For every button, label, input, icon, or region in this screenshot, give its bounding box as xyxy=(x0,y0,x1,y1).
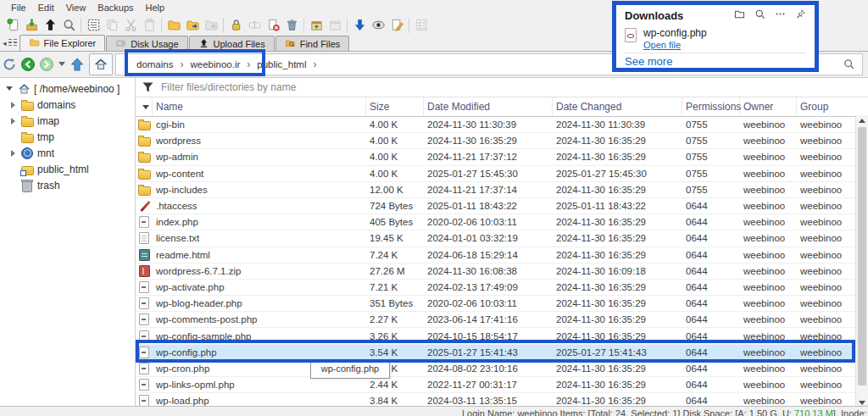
scroll-up-icon[interactable] xyxy=(856,115,868,126)
php-file-icon xyxy=(136,363,153,374)
table-row[interactable]: wordpress-6.7.1.zip27.26 M2024-11-30 16:… xyxy=(136,263,868,280)
forward-button[interactable] xyxy=(37,55,56,74)
table-row[interactable]: wp-content4.00 K2025-01-27 15:45:302025-… xyxy=(136,166,868,182)
download-queue-icon[interactable] xyxy=(22,16,41,34)
pin-icon[interactable] xyxy=(795,8,806,22)
table-row[interactable]: wp-comments-post.php2.27 K2023-06-14 17:… xyxy=(136,312,868,328)
download-icon[interactable] xyxy=(350,16,369,34)
folder-file-icon xyxy=(136,119,153,130)
vertical-scrollbar[interactable] xyxy=(855,115,868,408)
new-file-icon[interactable] xyxy=(3,16,22,34)
table-row[interactable]: wp-includes12.00 K2024-11-21 17:37:14202… xyxy=(136,182,868,198)
path-search-icon[interactable] xyxy=(843,58,855,70)
breadcrumb-item-domains[interactable]: domains xyxy=(135,59,175,69)
menu-backups[interactable]: Backups xyxy=(92,3,139,13)
tree-item-public_html[interactable]: public_html xyxy=(0,161,135,177)
permissions: 0644 xyxy=(682,331,740,341)
up-directory-button[interactable] xyxy=(68,55,86,74)
home-directory-button[interactable] xyxy=(89,53,113,75)
search-icon[interactable] xyxy=(59,16,78,34)
open-folder-icon[interactable] xyxy=(734,8,745,22)
menu-edit[interactable]: Edit xyxy=(32,3,60,13)
file-size: 4.00 K xyxy=(366,152,424,162)
sort-indicator-column[interactable] xyxy=(136,97,153,116)
tab-scroll-left-icon[interactable]: ◂ xyxy=(3,39,7,47)
table-row[interactable]: license.txt19.45 K2024-01-01 03:32:19202… xyxy=(136,230,868,247)
group: weebinoo xyxy=(797,347,856,358)
tab-file-explorer[interactable]: File Explorer xyxy=(19,35,106,51)
table-row[interactable]: wp-links-opml.php2.44 K2022-11-27 00:31:… xyxy=(136,377,868,393)
table-row[interactable]: wp-config-sample.php3.26 K2024-10-15 18:… xyxy=(136,328,868,344)
php-file-icon xyxy=(136,379,153,391)
permissions: 0644 xyxy=(682,201,740,211)
column-header-group[interactable]: Group xyxy=(797,97,856,116)
edit-icon[interactable] xyxy=(387,16,406,34)
tree-item-imap[interactable]: imap xyxy=(0,113,135,129)
tree-item-trash[interactable]: trash xyxy=(0,177,135,193)
tree-item-domains[interactable]: domains xyxy=(0,97,135,113)
new-folder-icon[interactable] xyxy=(164,16,183,34)
column-header-owner[interactable]: Owner xyxy=(740,97,797,116)
chevron-right-icon[interactable] xyxy=(7,102,19,108)
delete-icon[interactable] xyxy=(264,16,282,34)
breadcrumb-item-public_html[interactable]: public_html xyxy=(255,59,308,69)
column-header-size[interactable]: Size xyxy=(366,97,424,116)
date-changed: 2024-11-30 16:35:29 xyxy=(553,331,682,341)
breadcrumb-item-weebinoo.ir[interactable]: weebinoo.ir xyxy=(188,59,242,69)
download-item[interactable]: wp-config.php Open file xyxy=(625,27,806,51)
permissions-icon[interactable] xyxy=(226,16,245,34)
date-modified: 2020-02-06 10:03:11 xyxy=(424,217,553,227)
table-row[interactable]: index.php405 Bytes2020-02-06 10:03:11202… xyxy=(136,214,868,230)
back-button[interactable] xyxy=(19,55,37,74)
see-more-link[interactable]: See more xyxy=(625,53,806,68)
history-dropdown-icon[interactable] xyxy=(58,62,66,67)
column-header-date-modified[interactable]: Date Modified xyxy=(424,97,553,116)
search-downloads-icon[interactable] xyxy=(754,8,765,22)
date-changed: 2024-11-30 16:35:29 xyxy=(553,298,682,308)
table-row[interactable]: wp-activate.php7.21 K2024-02-13 17:49:09… xyxy=(136,280,868,296)
tree-item-mnt[interactable]: mnt xyxy=(0,145,135,161)
menu-view[interactable]: View xyxy=(60,3,92,13)
chevron-right-icon[interactable] xyxy=(7,118,19,125)
table-row[interactable]: wp-admin4.00 K2024-11-21 17:37:122024-11… xyxy=(136,149,868,165)
preview-icon[interactable] xyxy=(369,16,387,34)
open-file-link[interactable]: Open file xyxy=(643,40,681,51)
refresh-button[interactable] xyxy=(0,55,19,74)
table-row[interactable]: wp-blog-header.php351 Bytes2020-02-06 10… xyxy=(136,296,868,312)
tab-scroll-controls[interactable]: ◂ xyxy=(0,36,19,51)
group: weebinoo xyxy=(797,314,856,324)
extract-icon[interactable] xyxy=(307,16,326,34)
trash-icon[interactable] xyxy=(282,16,301,34)
tab-label: Upload Files xyxy=(214,39,265,49)
scrollbar-thumb[interactable] xyxy=(858,127,866,385)
tab-find-files[interactable]: Find Files xyxy=(275,36,350,51)
column-header-permissions[interactable]: Permissions xyxy=(682,97,740,116)
owner: weebinoo xyxy=(740,266,797,276)
tab-disk-usage[interactable]: Disk Usage xyxy=(106,36,187,51)
filter-input[interactable] xyxy=(159,79,868,96)
column-header-name[interactable]: Name xyxy=(153,97,366,116)
tab-upload-files[interactable]: Upload Files xyxy=(189,36,275,51)
file-size: 27.26 M xyxy=(366,266,424,276)
php-file-icon xyxy=(136,297,153,309)
table-row[interactable]: wp-config.php3.54 K2025-01-27 15:41:4320… xyxy=(136,345,868,361)
chevron-right-icon[interactable] xyxy=(7,150,19,157)
table-row[interactable]: cgi-bin4.00 K2024-11-30 11:30:392024-11-… xyxy=(136,117,868,133)
tree-item-tmp[interactable]: tmp xyxy=(0,129,135,145)
column-header-date-changed[interactable]: Date Changed xyxy=(553,97,682,116)
tree-root-home[interactable]: [ /home/weebinoo ] xyxy=(0,80,135,97)
table-row[interactable]: .htaccess724 Bytes2025-01-11 18:43:22202… xyxy=(136,198,868,214)
menu-file[interactable]: File xyxy=(5,3,32,13)
permissions: 0644 xyxy=(682,266,740,276)
chevron-down-icon[interactable] xyxy=(3,86,15,91)
table-row[interactable]: wordpress4.00 K2024-11-30 16:35:292024-1… xyxy=(136,133,868,149)
more-options-icon[interactable] xyxy=(775,8,786,22)
php-file-icon xyxy=(136,281,153,293)
upload-icon[interactable] xyxy=(41,16,59,34)
table-row[interactable]: readme.html7.24 K2024-06-18 15:29:142024… xyxy=(136,247,868,263)
copy-to-folder-icon[interactable] xyxy=(183,16,202,34)
menu-help[interactable]: Help xyxy=(140,3,171,13)
table-row[interactable]: wp-cron.php5.49 K2024-08-02 23:10:162024… xyxy=(136,361,868,377)
select-all-icon[interactable] xyxy=(84,16,103,34)
toolbar-separator xyxy=(161,18,162,33)
